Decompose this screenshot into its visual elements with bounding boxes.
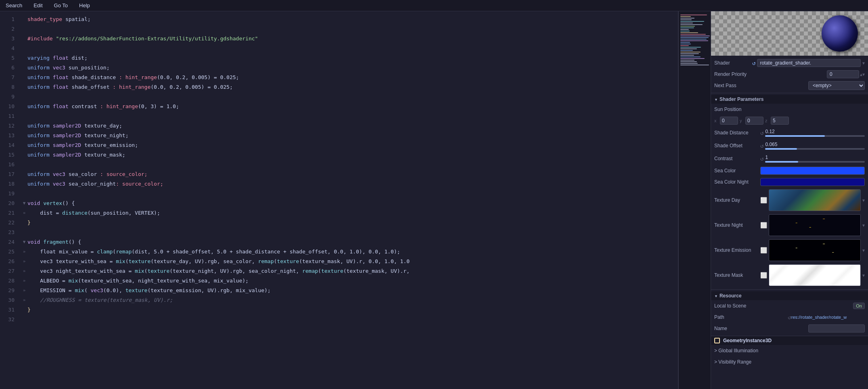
line-content: uniform sampler2D texture_mask; xyxy=(27,151,678,159)
menu-edit[interactable]: Edit xyxy=(31,2,45,9)
minimap-line xyxy=(680,16,691,17)
texture-emission-dropdown[interactable]: ▼ xyxy=(862,248,865,253)
minimap-line xyxy=(680,65,709,65)
resource-header[interactable]: Resource xyxy=(711,291,868,300)
minimap-line xyxy=(680,48,697,49)
texture-mask-preview[interactable] xyxy=(769,264,861,286)
line-content: uniform float shade_offset : hint_range(… xyxy=(27,83,678,92)
shader-name-input[interactable] xyxy=(757,59,861,67)
line-content: uniform vec3 sun_position; xyxy=(27,63,678,72)
fold-arrow[interactable]: » xyxy=(21,247,27,256)
visibility-range-row[interactable]: > Visibility Range xyxy=(711,356,868,368)
line-number: 9 xyxy=(0,92,21,101)
line-number: 8 xyxy=(0,83,21,92)
shade-offset-reset[interactable]: ↺ xyxy=(760,142,763,149)
menu-goto[interactable]: Go To xyxy=(52,2,70,9)
code-line: 11 xyxy=(0,111,678,121)
line-content: uniform sampler2D texture_emission; xyxy=(27,141,678,150)
shade-distance-slider[interactable]: 0.12 xyxy=(765,129,865,137)
sun-y-input[interactable] xyxy=(745,117,763,125)
line-content: uniform float contrast : hint_range(0, 3… xyxy=(27,102,678,111)
sea-color-swatch[interactable] xyxy=(760,167,865,175)
texture-day-icon[interactable]: ⬜ xyxy=(760,197,767,203)
fold-arrow[interactable]: ▼ xyxy=(21,238,27,247)
sun-position-label: Sun Position xyxy=(714,107,865,112)
texture-emission-preview[interactable] xyxy=(769,239,861,261)
fold-arrow[interactable]: ▼ xyxy=(21,199,27,208)
fold-arrow[interactable]: » xyxy=(21,267,27,276)
local-to-scene-toggle[interactable]: On xyxy=(853,303,865,309)
texture-night-dropdown[interactable]: ▼ xyxy=(862,223,865,228)
line-content: vec3 night_texture_with_sea = mix(textur… xyxy=(27,267,678,276)
sun-z-label: z xyxy=(765,118,770,123)
texture-night-label: Texture Night xyxy=(714,222,759,228)
texture-emission-icon[interactable]: ⬜ xyxy=(760,247,767,253)
fold-arrow[interactable]: » xyxy=(21,296,27,305)
preview-area xyxy=(711,11,868,56)
line-number: 23 xyxy=(0,228,21,237)
sea-color-night-swatch[interactable] xyxy=(760,178,865,186)
visibility-range-label: > Visibility Range xyxy=(714,359,865,365)
fold-arrow[interactable]: » xyxy=(21,257,27,266)
reload-icon[interactable]: ↺ xyxy=(752,60,755,66)
shade-offset-track xyxy=(765,148,865,150)
line-content: EMISSION = mix( vec3(0.0), texture(textu… xyxy=(27,286,678,295)
render-priority-input[interactable] xyxy=(827,70,859,78)
menu-search[interactable]: Search xyxy=(3,2,25,9)
path-reset[interactable]: ↺ xyxy=(788,314,791,320)
shade-offset-slider[interactable]: 0.065 xyxy=(765,142,865,150)
contrast-value: 1 xyxy=(765,155,865,160)
line-content: void vertex() { xyxy=(27,199,678,208)
texture-day-preview[interactable] xyxy=(769,189,861,211)
texture-night-icon[interactable]: ⬜ xyxy=(760,222,767,228)
shade-distance-value: 0.12 xyxy=(765,129,865,134)
inspector-panel[interactable]: Shader ↺ ▼ Render Priority ▲▼ Next Pass … xyxy=(711,11,868,389)
code-line: 30» //ROUGHNESS = texture(texture_mask, … xyxy=(0,295,678,305)
texture-mask-icon[interactable]: ⬜ xyxy=(760,272,767,278)
next-pass-label: Next Pass xyxy=(714,83,808,88)
shade-offset-value: 0.065 xyxy=(765,142,865,147)
shader-params-header[interactable]: Shader Parameters xyxy=(711,95,868,104)
resource-section: Resource Local to Scene On Path ↺ res://… xyxy=(711,290,868,336)
line-number: 29 xyxy=(0,286,21,295)
code-line: 9 xyxy=(0,92,678,102)
texture-day-dropdown[interactable]: ▼ xyxy=(862,198,865,203)
line-content: uniform vec3 sea_color : source_color; xyxy=(27,170,678,179)
global-illumination-label: > Global Illumination xyxy=(714,348,865,353)
shade-distance-reset[interactable]: ↺ xyxy=(760,130,763,136)
fold-arrow[interactable]: » xyxy=(21,286,27,295)
code-line: 29» EMISSION = mix( vec3(0.0), texture(t… xyxy=(0,286,678,295)
next-pass-select[interactable]: <empty> xyxy=(808,81,865,90)
code-line: 22} xyxy=(0,218,678,228)
fold-arrow[interactable]: » xyxy=(21,276,27,285)
minimap-line xyxy=(680,26,695,27)
menu-help[interactable]: Help xyxy=(77,2,92,9)
shade-distance-fill xyxy=(765,135,825,137)
line-number: 20 xyxy=(0,199,21,208)
preview-sphere xyxy=(812,11,868,56)
minimap-line xyxy=(680,18,694,19)
sun-position-label-row: Sun Position xyxy=(711,104,868,115)
render-priority-arrow[interactable]: ▲▼ xyxy=(860,72,865,77)
minimap-line xyxy=(680,42,690,43)
contrast-reset[interactable]: ↺ xyxy=(760,155,763,162)
line-number: 17 xyxy=(0,170,21,179)
code-line: 8uniform float shade_offset : hint_range… xyxy=(0,82,678,92)
contrast-slider[interactable]: 1 xyxy=(765,155,865,163)
line-number: 11 xyxy=(0,112,21,121)
texture-mask-dropdown[interactable]: ▼ xyxy=(862,273,865,278)
minimap-line xyxy=(680,29,689,30)
sun-x-input[interactable] xyxy=(720,117,738,125)
line-content: uniform vec3 sea_color_night: source_col… xyxy=(27,180,678,188)
code-editor[interactable]: 1shader_type spatial;23#include "res://a… xyxy=(0,11,678,389)
texture-night-preview[interactable] xyxy=(769,214,861,236)
sun-z-input[interactable] xyxy=(771,117,789,125)
geometry-section[interactable]: GeometryInstance3D xyxy=(711,336,868,345)
fold-arrow[interactable]: » xyxy=(21,209,27,218)
shade-distance-row: Shade Distance ↺ 0.12 xyxy=(711,126,868,139)
sun-position-row: x y z xyxy=(711,115,868,126)
name-input[interactable] xyxy=(808,324,865,333)
global-illumination-row[interactable]: > Global Illumination xyxy=(711,345,868,356)
shader-dropdown-arrow[interactable]: ▼ xyxy=(862,61,865,65)
path-value: res://rotate_shader/rotate_w xyxy=(791,315,865,320)
